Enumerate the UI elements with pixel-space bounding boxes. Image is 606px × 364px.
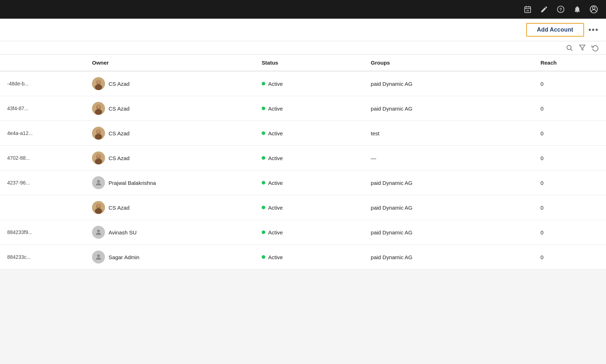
svg-line-10 [571,49,573,51]
status-label: Active [268,205,283,211]
svg-marker-11 [580,45,585,50]
cell-owner: CS Azad [85,121,254,146]
cell-owner: CS Azad [85,96,254,121]
refresh-icon[interactable] [592,44,599,51]
status-label: Active [268,130,283,136]
cell-groups: — [364,146,533,171]
bell-icon[interactable] [572,4,582,14]
status-dot [262,107,265,110]
avatar [92,201,105,214]
avatar [92,102,105,115]
cell-reach: 0 [533,195,606,220]
svg-point-26 [95,159,102,164]
avatar [92,176,105,189]
status-label: Active [268,81,283,87]
help-icon[interactable]: ? [556,4,566,14]
status-dot [262,255,265,259]
col-header-status: Status [254,55,363,71]
table-row[interactable]: 884233c... Sagar AdminActivepaid Dynamic… [0,245,606,270]
svg-point-28 [97,180,100,183]
table-row[interactable]: 4e4a-a12... CS AzadActivetest0 [0,121,606,146]
add-account-button[interactable]: Add Account [526,23,584,37]
calendar-icon[interactable]: 04 [523,4,533,14]
status-dot [262,181,265,185]
svg-point-9 [567,45,571,50]
cell-status: Active [254,96,363,121]
cell-id: 4e4a-a12... [0,121,85,146]
navbar: 04 ? [0,0,606,19]
table-row[interactable]: -48de-b... CS AzadActivepaid Dynamic AG0 [0,71,606,96]
owner-name: CS Azad [109,106,129,112]
cell-status: Active [254,171,363,195]
avatar [92,226,105,239]
col-header-reach: Reach [533,55,606,71]
cell-id: -48de-b... [0,71,85,96]
svg-point-33 [97,230,100,232]
cell-owner: CS Azad [85,146,254,171]
table-header-row: Owner Status Groups Reach [0,55,606,71]
cell-groups: paid Dynamic AG [364,245,533,270]
cell-reach: 0 [533,171,606,195]
svg-point-19 [97,104,100,109]
owner-name: CS Azad [109,130,129,136]
owner-name: Sagar Admin [109,254,139,260]
cell-reach: 0 [533,121,606,146]
cell-status: Active [254,121,363,146]
cell-owner: Avinash SU [85,220,254,245]
cell-owner: CS Azad [85,71,254,96]
cell-reach: 0 [533,146,606,171]
svg-point-7 [592,7,595,9]
cell-status: Active [254,146,363,171]
cell-id: 4237-96... [0,171,85,195]
svg-point-18 [95,109,102,115]
filter-icon[interactable] [579,44,586,51]
table-row[interactable]: 884233f9... Avinash SUActivepaid Dynamic… [0,220,606,245]
table-row[interactable]: CS AzadActivepaid Dynamic AG0 [0,195,606,220]
cell-status: Active [254,220,363,245]
svg-point-14 [95,84,102,90]
col-header-id [0,55,85,71]
col-header-owner: Owner [85,55,254,71]
toolbar: Add Account ••• [0,19,606,41]
cell-status: Active [254,195,363,220]
cell-reach: 0 [533,220,606,245]
status-label: Active [268,106,283,112]
cell-reach: 0 [533,245,606,270]
svg-point-23 [97,129,100,134]
cell-reach: 0 [533,96,606,121]
avatar [92,251,105,263]
status-dot [262,206,265,209]
cell-owner: CS Azad [85,195,254,220]
cell-status: Active [254,71,363,96]
more-options-button[interactable]: ••• [588,26,599,34]
cell-owner: Prajwal Balakrishna [85,171,254,195]
search-icon[interactable] [566,44,573,51]
svg-point-27 [97,154,100,158]
cell-groups: test [364,121,533,146]
edit-icon[interactable] [539,4,549,14]
table-row[interactable]: 43f4-87... CS AzadActivepaid Dynamic AG0 [0,96,606,121]
accounts-table: Owner Status Groups Reach -48de-b... CS … [0,55,606,270]
cell-reach: 0 [533,71,606,96]
cell-groups: paid Dynamic AG [364,171,533,195]
status-label: Active [268,254,283,260]
avatar [92,77,105,90]
cell-status: Active [254,245,363,270]
status-label: Active [268,229,283,235]
owner-name: CS Azad [109,155,129,161]
status-label: Active [268,155,283,161]
avatar [92,127,105,140]
svg-text:04: 04 [526,9,529,12]
owner-name: Avinash SU [109,229,137,235]
user-icon[interactable] [589,4,599,14]
table-row[interactable]: 4237-96... Prajwal BalakrishnaActivepaid… [0,171,606,195]
accounts-table-container: Owner Status Groups Reach -48de-b... CS … [0,55,606,270]
svg-point-31 [95,208,102,214]
owner-name: CS Azad [109,81,129,87]
filter-row [0,41,606,55]
avatar [92,151,105,164]
table-row[interactable]: 4702-88... CS AzadActive—0 [0,146,606,171]
cell-id: 884233f9... [0,220,85,245]
svg-point-32 [97,204,100,208]
status-dot [262,82,265,85]
